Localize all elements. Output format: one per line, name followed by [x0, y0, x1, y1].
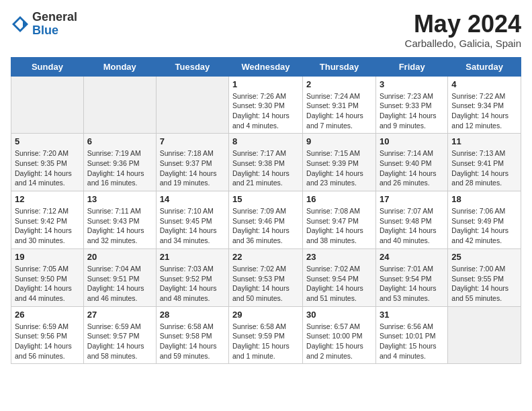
day-number: 9: [306, 136, 372, 146]
day-number: 10: [380, 136, 444, 146]
logo-blue-text: Blue: [32, 24, 77, 38]
day-number: 6: [87, 136, 152, 146]
calendar-cell: 29Sunrise: 6:58 AM Sunset: 9:59 PM Dayli…: [229, 306, 303, 364]
day-number: 30: [306, 310, 372, 320]
calendar-cell: 3Sunrise: 7:23 AM Sunset: 9:33 PM Daylig…: [375, 76, 447, 134]
day-info: Sunrise: 7:05 AM Sunset: 9:50 PM Dayligh…: [15, 264, 80, 304]
day-number: 31: [380, 310, 444, 320]
day-info: Sunrise: 7:02 AM Sunset: 9:54 PM Dayligh…: [306, 264, 372, 304]
day-info: Sunrise: 7:13 AM Sunset: 9:41 PM Dayligh…: [451, 148, 517, 188]
day-info: Sunrise: 7:22 AM Sunset: 9:34 PM Dayligh…: [451, 91, 517, 131]
day-number: 11: [451, 136, 517, 146]
day-info: Sunrise: 6:57 AM Sunset: 10:00 PM Daylig…: [306, 322, 372, 361]
day-number: 20: [87, 252, 152, 262]
day-number: 8: [232, 136, 299, 146]
day-info: Sunrise: 7:11 AM Sunset: 9:43 PM Dayligh…: [87, 206, 152, 246]
calendar-cell: 21Sunrise: 7:03 AM Sunset: 9:52 PM Dayli…: [156, 248, 228, 306]
month-title: May 2024: [405, 11, 521, 38]
calendar-cell: 16Sunrise: 7:08 AM Sunset: 9:47 PM Dayli…: [303, 191, 376, 249]
day-number: 13: [87, 194, 152, 204]
day-info: Sunrise: 7:02 AM Sunset: 9:53 PM Dayligh…: [232, 264, 299, 304]
calendar-cell: 31Sunrise: 6:56 AM Sunset: 10:01 PM Dayl…: [375, 306, 447, 364]
day-number: 24: [380, 252, 444, 262]
day-number: 29: [232, 310, 299, 320]
page-header: General Blue May 2024 Carballedo, Galici…: [11, 11, 521, 49]
calendar-cell: [11, 76, 84, 134]
calendar-cell: 26Sunrise: 6:59 AM Sunset: 9:56 PM Dayli…: [11, 306, 84, 364]
day-info: Sunrise: 7:01 AM Sunset: 9:54 PM Dayligh…: [380, 264, 444, 304]
logo-general-text: General: [32, 11, 77, 24]
weekday-header-tuesday: Tuesday: [156, 57, 228, 76]
day-info: Sunrise: 7:03 AM Sunset: 9:52 PM Dayligh…: [160, 264, 225, 304]
calendar-cell: 14Sunrise: 7:10 AM Sunset: 9:45 PM Dayli…: [156, 191, 228, 249]
calendar-cell: 13Sunrise: 7:11 AM Sunset: 9:43 PM Dayli…: [83, 191, 156, 249]
calendar-cell: 23Sunrise: 7:02 AM Sunset: 9:54 PM Dayli…: [303, 248, 376, 306]
calendar-week-row: 19Sunrise: 7:05 AM Sunset: 9:50 PM Dayli…: [11, 248, 521, 306]
day-info: Sunrise: 7:14 AM Sunset: 9:40 PM Dayligh…: [380, 148, 444, 188]
day-info: Sunrise: 7:00 AM Sunset: 9:55 PM Dayligh…: [451, 264, 517, 304]
calendar-cell: 15Sunrise: 7:09 AM Sunset: 9:46 PM Dayli…: [229, 191, 303, 249]
calendar-body: 1Sunrise: 7:26 AM Sunset: 9:30 PM Daylig…: [11, 76, 521, 364]
day-number: 12: [15, 194, 80, 204]
day-number: 4: [451, 79, 517, 89]
day-number: 28: [160, 310, 225, 320]
weekday-header-friday: Friday: [375, 57, 447, 76]
weekday-header-row: SundayMondayTuesdayWednesdayThursdayFrid…: [11, 57, 521, 76]
calendar-cell: 18Sunrise: 7:06 AM Sunset: 9:49 PM Dayli…: [448, 191, 521, 249]
calendar-cell: 25Sunrise: 7:00 AM Sunset: 9:55 PM Dayli…: [448, 248, 521, 306]
calendar-week-row: 5Sunrise: 7:20 AM Sunset: 9:35 PM Daylig…: [11, 134, 521, 191]
calendar-cell: 17Sunrise: 7:07 AM Sunset: 9:48 PM Dayli…: [375, 191, 447, 249]
day-info: Sunrise: 7:20 AM Sunset: 9:35 PM Dayligh…: [15, 148, 80, 188]
weekday-header-wednesday: Wednesday: [229, 57, 303, 76]
weekday-header-saturday: Saturday: [448, 57, 521, 76]
title-block: May 2024 Carballedo, Galicia, Spain: [405, 11, 521, 49]
calendar-cell: 20Sunrise: 7:04 AM Sunset: 9:51 PM Dayli…: [83, 248, 156, 306]
day-number: 3: [380, 79, 444, 89]
day-number: 23: [306, 252, 372, 262]
day-info: Sunrise: 6:56 AM Sunset: 10:01 PM Daylig…: [380, 322, 444, 361]
calendar-cell: 28Sunrise: 6:58 AM Sunset: 9:58 PM Dayli…: [156, 306, 228, 364]
day-info: Sunrise: 7:18 AM Sunset: 9:37 PM Dayligh…: [160, 148, 225, 188]
day-info: Sunrise: 7:09 AM Sunset: 9:46 PM Dayligh…: [232, 206, 299, 246]
day-number: 2: [306, 79, 372, 89]
day-number: 14: [160, 194, 225, 204]
calendar-cell: 11Sunrise: 7:13 AM Sunset: 9:41 PM Dayli…: [448, 134, 521, 191]
calendar-table: SundayMondayTuesdayWednesdayThursdayFrid…: [11, 57, 521, 365]
day-number: 5: [15, 136, 80, 146]
day-info: Sunrise: 7:07 AM Sunset: 9:48 PM Dayligh…: [380, 206, 444, 246]
day-number: 15: [232, 194, 299, 204]
day-info: Sunrise: 6:59 AM Sunset: 9:57 PM Dayligh…: [87, 322, 152, 361]
day-info: Sunrise: 7:19 AM Sunset: 9:36 PM Dayligh…: [87, 148, 152, 188]
day-number: 16: [306, 194, 372, 204]
calendar-cell: 10Sunrise: 7:14 AM Sunset: 9:40 PM Dayli…: [375, 134, 447, 191]
day-info: Sunrise: 7:23 AM Sunset: 9:33 PM Dayligh…: [380, 91, 444, 131]
weekday-header-thursday: Thursday: [303, 57, 376, 76]
day-number: 22: [232, 252, 299, 262]
calendar-cell: 19Sunrise: 7:05 AM Sunset: 9:50 PM Dayli…: [11, 248, 84, 306]
day-info: Sunrise: 7:26 AM Sunset: 9:30 PM Dayligh…: [232, 91, 299, 131]
calendar-cell: [83, 76, 156, 134]
day-number: 27: [87, 310, 152, 320]
day-info: Sunrise: 7:17 AM Sunset: 9:38 PM Dayligh…: [232, 148, 299, 188]
calendar-cell: 30Sunrise: 6:57 AM Sunset: 10:00 PM Dayl…: [303, 306, 376, 364]
calendar-cell: 22Sunrise: 7:02 AM Sunset: 9:53 PM Dayli…: [229, 248, 303, 306]
day-number: 1: [232, 79, 299, 89]
calendar-cell: 7Sunrise: 7:18 AM Sunset: 9:37 PM Daylig…: [156, 134, 228, 191]
calendar-cell: 4Sunrise: 7:22 AM Sunset: 9:34 PM Daylig…: [448, 76, 521, 134]
day-info: Sunrise: 7:10 AM Sunset: 9:45 PM Dayligh…: [160, 206, 225, 246]
calendar-cell: 9Sunrise: 7:15 AM Sunset: 9:39 PM Daylig…: [303, 134, 376, 191]
calendar-cell: 8Sunrise: 7:17 AM Sunset: 9:38 PM Daylig…: [229, 134, 303, 191]
day-number: 21: [160, 252, 225, 262]
calendar-cell: 2Sunrise: 7:24 AM Sunset: 9:31 PM Daylig…: [303, 76, 376, 134]
calendar-cell: 12Sunrise: 7:12 AM Sunset: 9:42 PM Dayli…: [11, 191, 84, 249]
calendar-cell: 1Sunrise: 7:26 AM Sunset: 9:30 PM Daylig…: [229, 76, 303, 134]
calendar-header: SundayMondayTuesdayWednesdayThursdayFrid…: [11, 57, 521, 76]
calendar-cell: 6Sunrise: 7:19 AM Sunset: 9:36 PM Daylig…: [83, 134, 156, 191]
day-number: 7: [160, 136, 225, 146]
day-info: Sunrise: 6:59 AM Sunset: 9:56 PM Dayligh…: [15, 322, 80, 361]
day-number: 17: [380, 194, 444, 204]
day-info: Sunrise: 6:58 AM Sunset: 9:58 PM Dayligh…: [160, 322, 225, 361]
calendar-cell: [448, 306, 521, 364]
day-info: Sunrise: 7:08 AM Sunset: 9:47 PM Dayligh…: [306, 206, 372, 246]
calendar-week-row: 1Sunrise: 7:26 AM Sunset: 9:30 PM Daylig…: [11, 76, 521, 134]
